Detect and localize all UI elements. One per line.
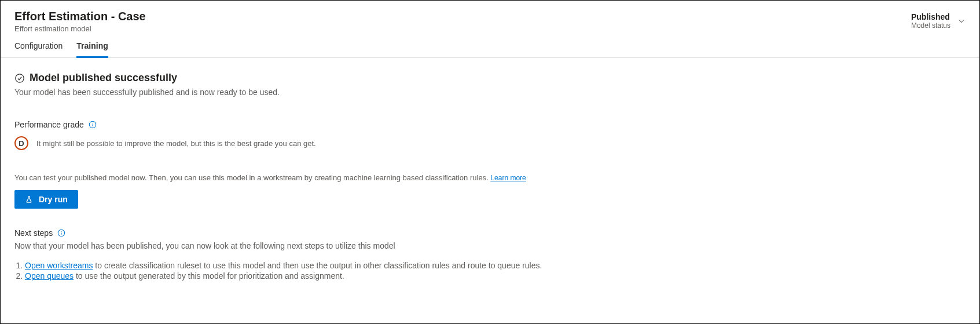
grade-description: It might still be possible to improve th… [36, 139, 316, 148]
learn-more-link[interactable]: Learn more [490, 174, 526, 182]
next-step-2-text: to use the output generated by this mode… [74, 271, 344, 281]
tab-configuration[interactable]: Configuration [14, 41, 63, 58]
page-subtitle: Effort estimation model [14, 24, 146, 33]
next-step-item-2: Open queues to use the output generated … [25, 271, 966, 281]
header-left: Effort Estimation - Case Effort estimati… [14, 10, 146, 33]
grade-badge: D [14, 136, 28, 150]
model-status-block: Published Model status [911, 12, 950, 30]
dry-run-button[interactable]: Dry run [14, 190, 78, 209]
next-step-item-1: Open workstreams to create classificatio… [25, 261, 966, 270]
dry-run-label: Dry run [39, 195, 68, 204]
page-title: Effort Estimation - Case [14, 10, 146, 23]
flask-icon [25, 195, 33, 203]
next-steps-list: Open workstreams to create classificatio… [14, 261, 966, 281]
test-description-text: You can test your published model now. T… [14, 173, 490, 182]
info-icon[interactable] [57, 229, 65, 237]
next-step-1-text: to create classification ruleset to use … [93, 261, 542, 270]
success-title: Model published successfully [30, 72, 177, 84]
content-area: Model published successfully Your model … [1, 58, 979, 296]
model-status-label: Model status [911, 21, 950, 30]
next-steps-description: Now that your model has been published, … [14, 241, 966, 250]
checkmark-circle-icon [14, 73, 25, 83]
svg-point-2 [92, 123, 93, 123]
page-header: Effort Estimation - Case Effort estimati… [1, 1, 979, 33]
info-icon[interactable] [89, 121, 97, 129]
performance-label-row: Performance grade [14, 120, 966, 129]
performance-grade-label: Performance grade [14, 120, 84, 129]
header-right[interactable]: Published Model status [911, 10, 966, 30]
success-description: Your model has been successfully publish… [14, 88, 966, 97]
open-queues-link[interactable]: Open queues [25, 271, 74, 281]
tab-bar: Configuration Training [1, 33, 979, 58]
next-steps-label: Next steps [14, 228, 53, 238]
tab-training[interactable]: Training [76, 41, 108, 58]
next-steps-label-row: Next steps [14, 228, 966, 238]
test-description: You can test your published model now. T… [14, 173, 966, 182]
success-heading-row: Model published successfully [14, 72, 966, 84]
svg-point-0 [16, 74, 24, 82]
open-workstreams-link[interactable]: Open workstreams [25, 261, 93, 270]
model-status-value: Published [911, 12, 950, 21]
chevron-down-icon[interactable] [957, 17, 966, 25]
grade-row: D It might still be possible to improve … [14, 136, 966, 150]
svg-point-4 [61, 231, 62, 232]
